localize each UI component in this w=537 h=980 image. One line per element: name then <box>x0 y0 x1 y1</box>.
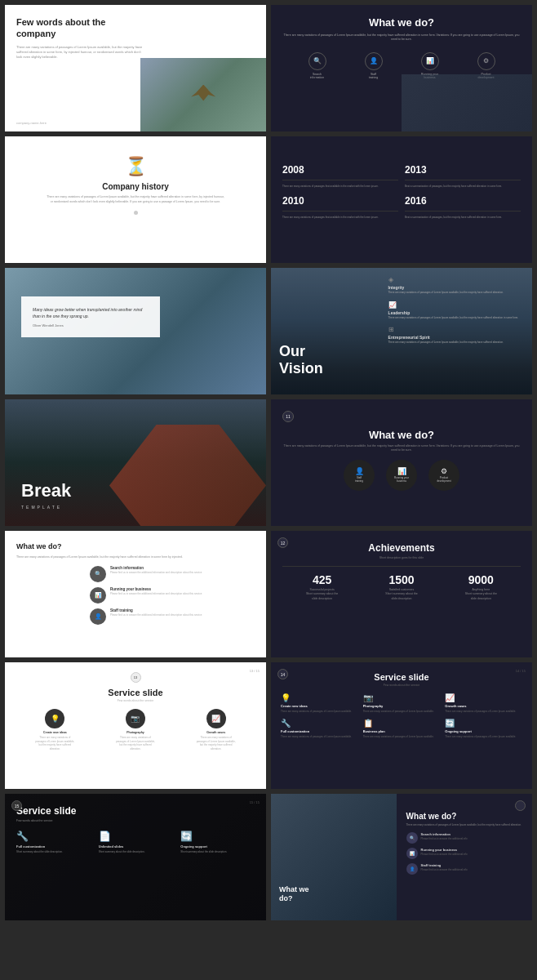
value-entrepreneurial: ⊞ Entrepreneurial Spirit There are many … <box>388 326 524 345</box>
stat-1500-label: Satisfied customersShort summary about t… <box>385 588 417 601</box>
slide-14-left-text: What wedo? <box>279 885 309 904</box>
divider-3 <box>282 211 398 212</box>
photo-icon-11: 📷 <box>126 709 145 728</box>
custom-desc-13: Short summary about the slide descriptio… <box>16 850 91 854</box>
slide-14-svc-3: 👤 Staff training Please find us to answe… <box>406 863 522 875</box>
slide-10-title: Achievements <box>282 542 521 554</box>
bplan-name-12: Business plan <box>363 729 441 733</box>
custom-icon-13: 🔧 <box>16 831 91 842</box>
slide-1-body: There are many variations of passages of… <box>16 45 148 60</box>
leadership-icon: 📈 <box>388 301 524 309</box>
item-slides-13: 📄 Unlimited slides Short summary about t… <box>99 831 173 854</box>
slide-10-sub: Short description goes for this slide <box>282 556 521 559</box>
slide-12-num: 14 <box>277 669 288 679</box>
ideas-desc-12: There are many variations of passages of… <box>281 710 358 714</box>
slide-8-title: What we do? <box>282 429 521 441</box>
product-icon: ⚙ <box>477 52 495 70</box>
ideas-name-11: Create new ideas <box>34 731 75 734</box>
integrity-text: There are many variations of passages of… <box>388 291 524 295</box>
svc-running-name: Running your business <box>110 587 202 591</box>
slide-10-num: 12 <box>277 537 288 548</box>
support-icon-13: 🔄 <box>180 831 255 842</box>
slides-name-13: Unlimited slides <box>99 844 173 849</box>
timeline-2016: 2016 Best a summarization of passages, b… <box>405 195 521 220</box>
svc-growth-12: 📈 Growth cases There are many variations… <box>445 693 522 714</box>
growth-name-11: Growth cases <box>196 731 237 734</box>
svc-training-icon: 👤 <box>90 608 106 625</box>
slide-8: 11 What we do? There are many variations… <box>271 399 532 526</box>
integrity-name: Integrity <box>388 285 524 290</box>
value-leadership: 📈 Leadership There are many variations o… <box>388 301 524 320</box>
custom-desc-12: There are many variations of passages of… <box>281 735 358 739</box>
svc-14-desc-2: Please find us to answer the additional … <box>421 853 468 856</box>
icon-staff-label: Stafftraining <box>345 73 402 79</box>
slides-desc-13: Short summary about the slide descriptio… <box>99 850 173 854</box>
slide-5: Many ideas grow better when transplanted… <box>5 268 266 394</box>
svc-running: 📊 Running your business Please find us t… <box>90 587 255 604</box>
slide-11-sub: Few words about the service <box>15 699 256 702</box>
eagle-icon <box>191 85 215 105</box>
support-desc-12: There are many variations of passages of… <box>445 735 522 739</box>
achievement-divider <box>282 566 521 567</box>
divider-1 <box>282 180 398 180</box>
item-support-13: 🔄 Ongoing support Short summary about th… <box>180 831 255 854</box>
slides-icon-13: 📄 <box>99 831 173 842</box>
ideas-icon-11: 💡 <box>45 709 64 728</box>
product-circle-label: Productdevelopment <box>437 476 450 483</box>
svc-search-name: Search information <box>110 566 202 570</box>
slide-3-title: Company history <box>16 182 255 191</box>
tl-text-2013: Best a summarization of passages, but th… <box>405 185 521 189</box>
integrity-icon: ◈ <box>388 276 524 283</box>
svc-search: 🔍 Search information Please find us to a… <box>90 566 255 582</box>
svc-training-content: Staff training Please find us to answer … <box>110 608 202 617</box>
entrepreneurial-name: Entrepreneurial Spirit <box>388 335 524 340</box>
vision-left: OurVision <box>279 343 323 378</box>
slide-14-title: What we do? <box>406 812 522 821</box>
svc-running-icon: 📊 <box>90 587 106 604</box>
slide-2-bg <box>402 74 532 131</box>
ideas-icon-12: 💡 <box>281 693 358 702</box>
svc-search-content: Search information Please find us to ans… <box>110 566 202 575</box>
slide-13-page: 15 / 15 <box>250 800 260 804</box>
tl-text-2010: There are many variations of passages th… <box>282 216 398 220</box>
stats-row: 425 Successful projectsShort summary abo… <box>282 573 521 601</box>
stat-425: 425 Successful projectsShort summary abo… <box>306 573 338 601</box>
slide-13-num: 15 <box>11 800 22 811</box>
break-title: Break <box>21 480 71 501</box>
year-2010: 2010 <box>282 195 398 207</box>
icon-search-label: Searchinformation <box>289 73 345 79</box>
staff-icon: 👤 <box>365 52 383 70</box>
slide-2-body: There are many variations of passages of… <box>282 33 521 42</box>
search-icon: 🔍 <box>308 52 326 70</box>
product-circle-icon: ⚙ <box>441 467 447 475</box>
year-2016: 2016 <box>405 195 521 207</box>
staff-circle-icon: 👤 <box>355 467 364 475</box>
tl-text-2008: There are many variations of passages th… <box>282 185 398 189</box>
slide-14-num <box>515 800 526 811</box>
svc-support-12: 🔄 Ongoing support There are many variati… <box>445 719 522 739</box>
photo-icon-12: 📷 <box>363 693 441 702</box>
svc-14-name-3: Staff training <box>421 863 468 867</box>
dot-indicator <box>134 211 138 215</box>
hourglass-icon: ⏳ <box>16 156 255 177</box>
quote-box: Many ideas grow better when transplanted… <box>21 296 160 337</box>
icon-search: 🔍 Searchinformation <box>289 52 345 79</box>
break-subtitle: TEMPLATE <box>21 505 62 510</box>
growth-icon-11: 📈 <box>206 709 226 728</box>
support-name-13: Ongoing support <box>180 844 255 849</box>
svc-14-name-1: Search information <box>421 832 468 836</box>
svc-14-icon-3: 👤 <box>406 863 418 875</box>
stat-9000: 9000 Anything hereShort summary about th… <box>465 573 497 601</box>
svc-ideas-12: 💡 Create new ideas There are many variat… <box>281 693 358 714</box>
custom-icon-12: 🔧 <box>281 719 358 728</box>
bplan-icon-12: 📋 <box>363 719 441 728</box>
growth-name-12: Growth cases <box>445 704 522 708</box>
svc-bplan-12: 📋 Business plan There are many variation… <box>363 719 441 739</box>
icon-staff: 👤 Stafftraining <box>345 52 402 79</box>
slide-3: ⏳ Company history There are many variati… <box>5 136 266 263</box>
stat-1500: 1500 Satisfied customersShort summary ab… <box>385 573 417 601</box>
slide-2: What we do? There are many variations of… <box>271 5 532 131</box>
svc-14-desc-1: Please find us to answer the additional … <box>421 837 468 840</box>
slide-1-tag: company-name-here <box>16 121 47 125</box>
item-custom-13: 🔧 Full customization Short summary about… <box>16 831 91 854</box>
